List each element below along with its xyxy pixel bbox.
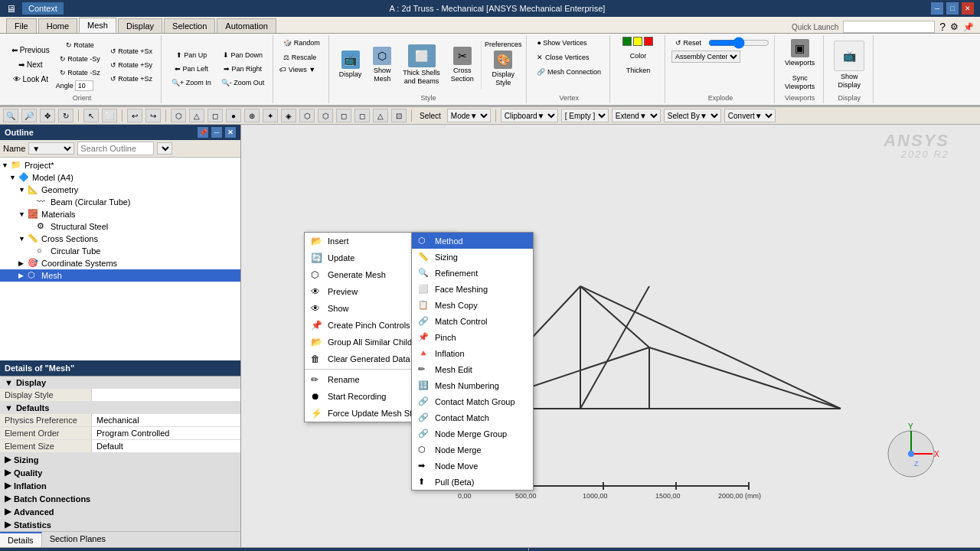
empty-select[interactable]: [ Empty ] (561, 109, 609, 122)
tree-item-model[interactable]: ▼ 🔷 Model (A4) (0, 171, 240, 184)
section-display[interactable]: ▼Display (0, 377, 240, 389)
close-vertices-button[interactable]: ✕ Close Vertices (533, 51, 593, 64)
pin-icon[interactable]: 📌 (963, 22, 974, 32)
clipboard-select[interactable]: Clipboard▼ (501, 109, 558, 122)
settings-icon[interactable]: ⚙ (950, 21, 959, 32)
rotate-sy2-button[interactable]: ↺ Rotate +Sy (106, 59, 156, 71)
tree-item-cross-sections[interactable]: ▼ 📏 Cross Sections (0, 233, 240, 245)
rotate-button[interactable]: ↻ Rotate (56, 39, 104, 51)
sub-match-control[interactable]: 🔗 Match Control (412, 313, 533, 329)
select-by-select[interactable]: Select By▼ (664, 109, 721, 122)
tab-display[interactable]: Display (118, 18, 162, 33)
mesh-connection-button[interactable]: 🔗 Mesh Connection (533, 66, 605, 78)
cmd-more10[interactable]: ◻ (336, 109, 351, 122)
color-red[interactable] (644, 37, 653, 46)
sub-pinch[interactable]: 📌 Pinch (412, 329, 533, 345)
tab-section-planes[interactable]: Section Planes (42, 532, 113, 547)
tree-item-project[interactable]: ▼ 📁 Project* (0, 159, 240, 171)
cmd-box-select[interactable]: ⬜ (102, 109, 117, 122)
sub-mesh-copy[interactable]: 📋 Mesh Copy (412, 297, 533, 313)
search-filter-select[interactable]: ▼ (157, 142, 172, 155)
tree-item-materials[interactable]: ▼ 🧱 Materials (0, 208, 240, 220)
outline-close[interactable]: ✕ (225, 127, 236, 138)
color-button[interactable]: Color (624, 50, 652, 62)
zoom-out-button[interactable]: 🔍- Zoom Out (217, 77, 269, 89)
close-button[interactable]: ✕ (962, 2, 974, 15)
section-batch[interactable]: ▶Batch Connections (0, 492, 240, 505)
sub-contact-match[interactable]: 🔗 Contact Match (412, 409, 533, 425)
mode-select[interactable]: Mode▼ (447, 109, 491, 122)
show-display-button[interactable]: 📺 ShowDisplay (830, 38, 868, 92)
cmd-more6[interactable]: ✦ (263, 109, 278, 122)
pan-right-button[interactable]: ➡ Pan Right (217, 63, 269, 75)
color-yellow[interactable] (633, 37, 642, 46)
tab-file[interactable]: File (6, 18, 37, 33)
tab-mesh[interactable]: Mesh (79, 18, 116, 33)
pan-up-button[interactable]: ⬆ Pan Up (168, 49, 215, 61)
cmd-more5[interactable]: ⊕ (244, 109, 260, 122)
cmd-more1[interactable]: ⬡ (171, 109, 186, 122)
section-quality[interactable]: ▶Quality (0, 466, 240, 479)
show-mesh-button[interactable]: ⬡ ShowMesh (368, 44, 396, 86)
cross-section-button[interactable]: ✂ CrossSection (447, 44, 478, 86)
rescale-button[interactable]: ⚖ Rescale (279, 51, 320, 64)
section-inflation[interactable]: ▶Inflation (0, 479, 240, 492)
sub-mesh-edit[interactable]: ✏ Mesh Edit (412, 361, 533, 377)
scale-slider[interactable] (708, 37, 769, 48)
cmd-more4[interactable]: ● (226, 109, 241, 122)
reset-button[interactable]: ↺ Reset (671, 37, 705, 49)
thicken-button[interactable]: Thicken (622, 64, 655, 77)
sync-viewports-button[interactable]: SyncViewports (781, 72, 818, 93)
section-statistics[interactable]: ▶Statistics (0, 518, 240, 531)
tab-automation[interactable]: Automation (217, 18, 276, 33)
cmd-zoom-out[interactable]: 🔎 (21, 109, 37, 122)
cmd-more7[interactable]: ◈ (281, 109, 296, 122)
rotate-sz-button[interactable]: ↻ Rotate -Sz (56, 67, 104, 79)
section-defaults[interactable]: ▼Defaults (0, 402, 240, 414)
cmd-more9[interactable]: ⬡ (318, 109, 333, 122)
context-tab[interactable]: Context (22, 2, 64, 15)
tree-item-beam[interactable]: 〰 Beam (Circular Tube) (0, 196, 240, 208)
tab-selection[interactable]: Selection (164, 18, 215, 33)
outline-minimize[interactable]: ─ (211, 127, 222, 138)
quick-launch-input[interactable] (843, 21, 935, 33)
tree-item-steel[interactable]: ⚙ Structural Steel (0, 220, 240, 233)
sub-node-merge-group[interactable]: 🔗 Node Merge Group (412, 425, 533, 442)
previous-button[interactable]: ⬅ Previous (8, 44, 54, 57)
sub-inflation[interactable]: 🔺 Inflation (412, 345, 533, 361)
cmd-more3[interactable]: ◻ (207, 109, 223, 122)
pan-left-button[interactable]: ⬅ Pan Left (168, 63, 215, 75)
viewport[interactable]: ANSYS 2020 R2 (241, 125, 980, 547)
show-vertices-button[interactable]: ● Show Vertices (533, 37, 590, 49)
thick-shells-button[interactable]: ⬜ Thick Shellsand Beams (399, 42, 444, 88)
pan-down-button[interactable]: ⬇ Pan Down (217, 49, 269, 61)
name-filter-select[interactable]: ▼ (28, 142, 74, 155)
cmd-more8[interactable]: ⬡ (299, 109, 315, 122)
minimize-button[interactable]: ─ (931, 2, 943, 15)
views-button[interactable]: 🏷 Views ▼ (279, 66, 315, 73)
cmd-more13[interactable]: ⊡ (391, 109, 407, 122)
search-outline-input[interactable] (77, 142, 154, 155)
color-green[interactable] (622, 37, 632, 46)
help-icon[interactable]: ? (939, 21, 946, 33)
cmd-zoom-in[interactable]: 🔍 (3, 109, 18, 122)
outline-pin[interactable]: 📌 (198, 127, 208, 138)
cmd-select[interactable]: ↖ (83, 109, 99, 122)
sub-method[interactable]: ⬡ Method (412, 233, 533, 249)
assembly-center-select[interactable]: Assembly Center (671, 51, 740, 63)
look-at-button[interactable]: 👁 Look At (8, 73, 54, 86)
section-advanced[interactable]: ▶Advanced (0, 505, 240, 518)
cmd-more11[interactable]: ◻ (354, 109, 370, 122)
cmd-more12[interactable]: △ (373, 109, 388, 122)
sub-node-move[interactable]: ➡ Node Move (412, 458, 533, 474)
sub-refinement[interactable]: 🔍 Refinement (412, 265, 533, 281)
sub-node-merge[interactable]: ⬡ Node Merge (412, 442, 533, 458)
cmd-pan[interactable]: ✥ (40, 109, 55, 122)
angle-input[interactable] (75, 80, 93, 91)
next-button[interactable]: ➡ Next (8, 58, 54, 71)
viewports-button[interactable]: ▣ Viewports (781, 37, 818, 70)
extend-select[interactable]: Extend▼ (612, 109, 661, 122)
convert-select[interactable]: Convert▼ (724, 109, 776, 122)
tree-item-mesh[interactable]: ▶ ⬡ Mesh (0, 269, 240, 282)
cmd-more2[interactable]: △ (189, 109, 204, 122)
